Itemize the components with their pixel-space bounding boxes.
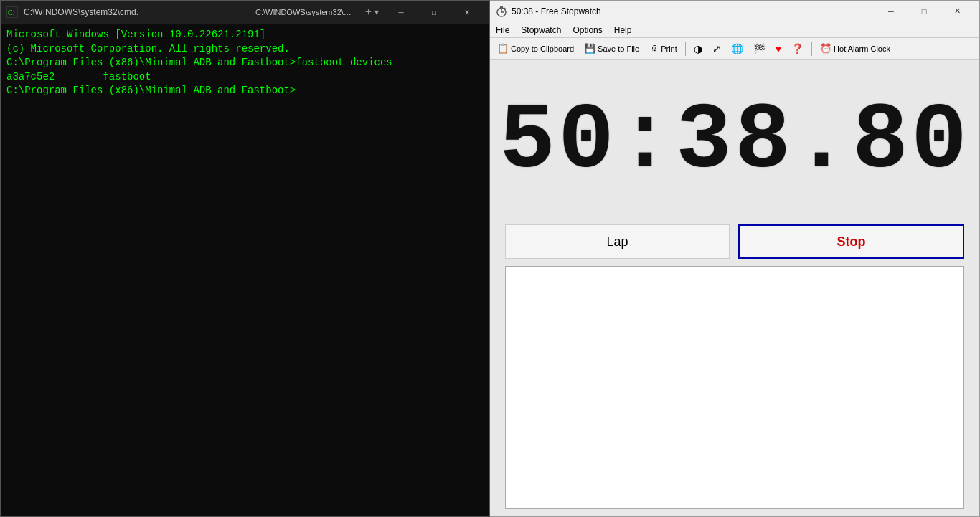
cmd-window: C: C:\WINDOWS\system32\cmd. C:\WINDOWS\s…: [0, 0, 490, 517]
cmd-maximize-btn[interactable]: □: [418, 1, 451, 24]
copy-icon: 📋: [497, 43, 509, 54]
copy-clipboard-label: Copy to Clipboard: [511, 44, 574, 53]
expand-btn[interactable]: ⤢: [708, 40, 725, 57]
alarm-icon: ⏰: [820, 43, 831, 54]
hot-alarm-clock-btn[interactable]: ⏰ Hot Alarm Clock: [816, 40, 895, 57]
help-icon: ❓: [791, 43, 804, 54]
print-icon: 🖨: [649, 43, 659, 54]
menu-stopwatch[interactable]: Stopwatch: [515, 24, 567, 37]
sw-log[interactable]: [505, 266, 964, 509]
sw-menubar: File Stopwatch Options Help: [490, 22, 979, 38]
print-btn[interactable]: 🖨 Print: [645, 40, 682, 57]
globe-icon: 🌐: [731, 43, 743, 54]
lap-button[interactable]: Lap: [505, 224, 730, 259]
svg-rect-5: [500, 6, 503, 8]
sw-window-controls: ─ □ ✕: [875, 1, 974, 22]
halfmoon-btn[interactable]: ◑: [689, 40, 707, 57]
save-file-btn[interactable]: 💾 Save to File: [580, 40, 644, 57]
cmd-line-2: (c) Microsoft Corporation. All rights re…: [6, 42, 484, 57]
cmd-minimize-btn[interactable]: ─: [385, 1, 418, 24]
svg-text:C:: C:: [8, 9, 14, 16]
save-file-label: Save to File: [598, 44, 639, 53]
menu-file[interactable]: File: [490, 24, 515, 37]
help-btn[interactable]: ❓: [787, 40, 808, 57]
sw-minimize-btn[interactable]: ─: [875, 1, 908, 22]
cmd-line-5: a3a7c5e2 fastboot: [6, 70, 484, 85]
cmd-close-btn[interactable]: ✕: [451, 1, 484, 24]
sw-toolbar: 📋 Copy to Clipboard 💾 Save to File 🖨 Pri…: [490, 38, 979, 60]
cmd-tab-dropdown[interactable]: ▾: [374, 7, 379, 18]
cmd-tab[interactable]: C:\WINDOWS\system32\cmd. ✕: [248, 6, 362, 19]
sw-main: 50:38.80 Lap Stop: [490, 60, 979, 516]
stop-button[interactable]: Stop: [738, 224, 964, 259]
cmd-titlebar: C: C:\WINDOWS\system32\cmd. C:\WINDOWS\s…: [1, 1, 489, 24]
sw-maximize-btn[interactable]: □: [908, 1, 941, 22]
cmd-window-controls: ─ □ ✕: [385, 1, 484, 24]
sw-window-title: 50:38 - Free Stopwatch: [512, 6, 875, 16]
toolbar-separator-2: [811, 42, 812, 56]
cmd-body[interactable]: Microsoft Windows [Version 10.0.22621.21…: [1, 24, 489, 516]
hot-alarm-clock-label: Hot Alarm Clock: [834, 44, 890, 53]
flag-icon: 🏁: [753, 43, 765, 54]
toolbar-separator-1: [685, 42, 686, 56]
flag-btn[interactable]: 🏁: [749, 40, 770, 57]
save-icon: 💾: [584, 43, 595, 54]
sw-titlebar: 50:38 - Free Stopwatch ─ □ ✕: [490, 1, 979, 22]
stopwatch-window: 50:38 - Free Stopwatch ─ □ ✕ File Stopwa…: [490, 0, 980, 517]
sw-close-btn[interactable]: ✕: [941, 1, 974, 22]
time-display-container: 50:38.80: [499, 95, 970, 189]
cmd-line-7: C:\Program Files (x86)\Minimal ADB and F…: [6, 84, 484, 98]
cmd-window-icon: C:: [6, 6, 18, 18]
halfmoon-icon: ◑: [694, 43, 702, 54]
sw-window-icon: [496, 6, 507, 17]
sw-action-buttons: Lap Stop: [505, 224, 964, 259]
time-display: 50:38.80: [499, 95, 970, 189]
heart-btn[interactable]: ♥: [771, 40, 786, 57]
menu-options[interactable]: Options: [567, 24, 608, 37]
copy-clipboard-btn[interactable]: 📋 Copy to Clipboard: [493, 40, 578, 57]
heart-icon: ♥: [776, 43, 781, 54]
expand-icon: ⤢: [712, 43, 721, 54]
print-label: Print: [661, 44, 677, 53]
menu-help[interactable]: Help: [608, 24, 638, 37]
globe-btn[interactable]: 🌐: [727, 40, 748, 57]
cmd-line-4: C:\Program Files (x86)\Minimal ADB and F…: [6, 56, 484, 70]
cmd-line-1: Microsoft Windows [Version 10.0.22621.21…: [6, 28, 484, 42]
cmd-window-title: C:\WINDOWS\system32\cmd.: [24, 7, 248, 17]
cmd-new-tab-btn[interactable]: +: [365, 6, 372, 19]
